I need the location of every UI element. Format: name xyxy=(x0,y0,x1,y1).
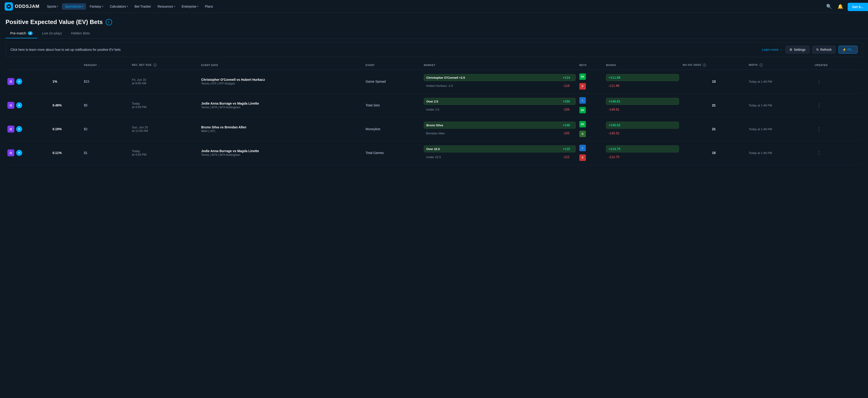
event-name[interactable]: Christopher O'Connell vs Hubert Hurkacz xyxy=(201,78,362,81)
add-bet-icon[interactable]: + xyxy=(16,150,22,156)
rec-bet-size-cell: $1 xyxy=(82,141,130,165)
info-icon[interactable]: i xyxy=(153,64,157,67)
bet-bottom-row: Brendan Allen -155 xyxy=(424,130,576,136)
event-name[interactable]: Bruno Silva vs Brendan Allen xyxy=(201,125,362,129)
logo[interactable]: ODDSJAM xyxy=(5,2,39,11)
top-book-logo[interactable]: ≈ xyxy=(579,145,586,151)
bet-top-row[interactable]: Christopher O'Connell +2.5 +114 xyxy=(424,74,576,81)
calculator-icon[interactable]: ⊞ xyxy=(7,78,14,85)
filter-button[interactable]: ⚡ Fil... xyxy=(838,46,858,54)
updated-cell: Today at 1:48 PM xyxy=(747,141,813,165)
market-cell: Moneyline xyxy=(364,117,422,141)
percent-cell: 0.19% xyxy=(51,117,82,141)
rec-bet-size-cell: $2 xyxy=(82,117,130,141)
notification-text: Click here to learn more about how to se… xyxy=(10,48,121,52)
page-header: Positive Expected Value (EV) Bets i xyxy=(0,13,868,28)
books-cell: DK P xyxy=(578,70,604,94)
width-cell: 21 xyxy=(681,117,747,141)
bet-top-row[interactable]: Over 22.5 +115 xyxy=(424,145,576,153)
event-name[interactable]: Jodie Anna Burrage vs Magda Linette xyxy=(201,149,362,153)
row-icons: ⊞ + xyxy=(5,117,51,141)
more-options-cell[interactable]: ⋮ xyxy=(813,94,854,117)
add-bet-icon[interactable]: + xyxy=(16,126,22,132)
th-rec-bet-size[interactable]: REC. BET SIZE i xyxy=(130,61,199,70)
th-novig-odds[interactable]: NO-VIG ODDS i xyxy=(681,61,747,70)
top-book-logo[interactable]: DK xyxy=(579,73,586,80)
nav-enterprise[interactable]: Enterprise ▾ xyxy=(179,3,201,10)
logo-text: ODDSJAM xyxy=(15,4,39,9)
more-options-button[interactable]: ⋮ xyxy=(815,149,851,157)
bet-top-name: Over 22.5 xyxy=(426,147,561,151)
table-row: ⊞ + 1% $15 Fri, Jun 16at 9:00 AM Christo… xyxy=(5,70,863,94)
nav-sports[interactable]: Sports ▾ xyxy=(44,3,61,10)
info-icon[interactable]: i xyxy=(760,64,763,67)
bottom-book-logo[interactable]: G xyxy=(579,131,586,137)
bet-bottom-row: Hubert Hurkacz -2.5 -118 xyxy=(424,82,576,89)
table-row: ⊞ + 0.11% $1 Todayat 4:00 PM Jodie Anna … xyxy=(5,141,863,165)
updated-cell: Today at 1:48 PM xyxy=(747,94,813,117)
get-started-button[interactable]: Get S... xyxy=(848,3,868,11)
bet-top-name: Bruno Silva xyxy=(426,124,561,127)
bet-top-row[interactable]: Over 2.5 +150 xyxy=(424,98,576,105)
nav-plans[interactable]: Plans xyxy=(202,3,216,10)
novig-cell: +145.52 -145.52 xyxy=(604,117,681,141)
nav-resources[interactable]: Resources ▾ xyxy=(155,3,178,10)
sort-icon: ↓ xyxy=(99,64,100,66)
tab-hidden-bets[interactable]: Hidden Bets xyxy=(66,28,95,38)
table-row: ⊞ + 0.48% $5 Todayat 4:00 PM Jodie Anna … xyxy=(5,94,863,117)
nav-calculators[interactable]: Calculators ▾ xyxy=(107,3,131,10)
bottom-book-logo[interactable]: P xyxy=(579,155,586,161)
bottom-book-logo[interactable]: DK xyxy=(579,107,586,113)
settings-button[interactable]: ⚙ Settings xyxy=(785,46,809,54)
event-name[interactable]: Jodie Anna Burrage vs Magda Linette xyxy=(201,102,362,105)
refresh-button[interactable]: ↻ Refresh xyxy=(812,46,836,54)
more-options-cell[interactable]: ⋮ xyxy=(813,117,854,141)
event-date-cell: Todayat 4:00 PM xyxy=(130,94,199,117)
bet-top-row[interactable]: Bruno Silva +146 xyxy=(424,122,576,129)
nav-fantasy[interactable]: Fantasy ▾ xyxy=(87,3,106,10)
info-icon[interactable]: i xyxy=(703,64,706,67)
more-options-button[interactable]: ⋮ xyxy=(815,78,851,85)
th-width[interactable]: WIDTH i xyxy=(747,61,813,70)
more-options-cell[interactable]: ⋮ xyxy=(813,70,854,94)
books-cell: ≈ DK xyxy=(578,94,604,117)
more-options-cell[interactable]: ⋮ xyxy=(813,141,854,165)
event-sub: Tennis | WTA | WTA Nottingham xyxy=(201,106,362,109)
top-book-logo[interactable]: DK xyxy=(579,121,586,127)
bet-top-odds: +146 xyxy=(563,123,573,127)
novig-top: +145.52 xyxy=(606,122,679,129)
nav-bet-tracker[interactable]: Bet Tracker xyxy=(132,3,154,10)
more-options-button[interactable]: ⋮ xyxy=(815,102,851,109)
novig-bottom: -114.75 xyxy=(606,154,679,160)
novig-top: +148.81 xyxy=(606,98,679,105)
search-icon[interactable]: 🔍 xyxy=(825,3,833,10)
bet-bottom-row: Under 2.5 -156 xyxy=(424,106,576,113)
market-cell: Total Games xyxy=(364,141,422,165)
th-event: EVENT xyxy=(364,61,422,70)
tab-live[interactable]: Live (in-play) xyxy=(37,28,66,38)
logo-icon xyxy=(5,2,13,11)
calculator-icon[interactable]: ⊞ xyxy=(7,102,14,109)
event-cell: Jodie Anna Burrage vs Magda Linette Tenn… xyxy=(199,94,364,117)
table-header-row: PERCENT ↓ REC. BET SIZE i EVENT DATE EVE… xyxy=(5,61,863,70)
calculator-icon[interactable]: ⊞ xyxy=(7,150,14,156)
novig-bottom: -111.88 xyxy=(606,82,679,89)
more-options-button[interactable]: ⋮ xyxy=(815,125,851,133)
info-icon[interactable]: i xyxy=(105,19,112,25)
add-bet-icon[interactable]: + xyxy=(16,78,22,85)
top-book-logo[interactable]: ≈ xyxy=(579,97,586,104)
bets-cell: Bruno Silva +146 Brendan Allen -155 xyxy=(422,117,578,141)
tab-pre-match[interactable]: Pre-match 4 xyxy=(5,28,37,38)
navbar: ODDSJAM Sports ▾ Sportsbook ▾ Fantasy ▾ … xyxy=(0,0,868,13)
notification-bar[interactable]: Click here to learn more about how to se… xyxy=(5,42,863,57)
th-market: MARKET xyxy=(422,61,578,70)
row-icons: ⊞ + xyxy=(5,141,51,165)
novig-bottom: -148.81 xyxy=(606,106,679,113)
nav-sportsbook[interactable]: Sportsbook ▾ xyxy=(62,3,86,10)
add-bet-icon[interactable]: + xyxy=(16,102,22,108)
th-percent[interactable]: PERCENT ↓ xyxy=(82,61,130,70)
learn-more-link[interactable]: Learn more → xyxy=(762,48,782,52)
bottom-book-logo[interactable]: P xyxy=(579,83,586,90)
notifications-icon[interactable]: 🔔 xyxy=(837,3,844,10)
calculator-icon[interactable]: ⊞ xyxy=(7,126,14,133)
